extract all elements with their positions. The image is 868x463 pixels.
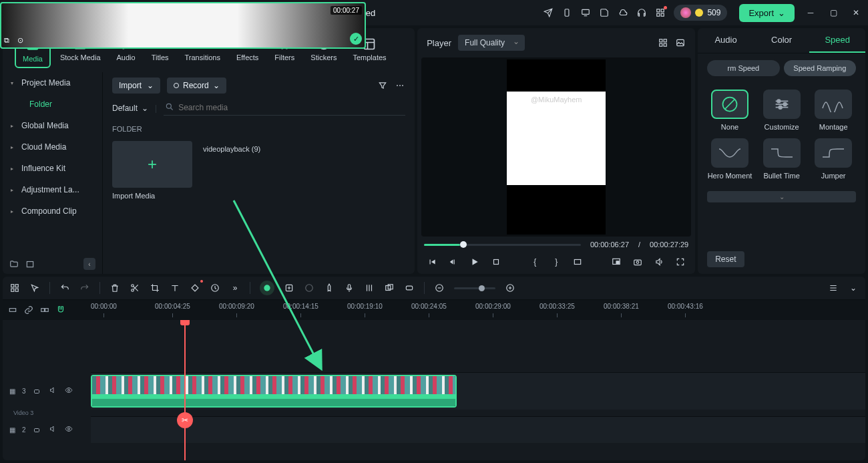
speed-icon[interactable] xyxy=(210,283,220,293)
export-button[interactable]: Export ⌄ xyxy=(739,4,795,22)
collapse-sidebar-button[interactable]: ‹ xyxy=(83,258,95,270)
mark-in-icon[interactable]: { xyxy=(529,257,540,267)
track-lock-icon[interactable] xyxy=(33,425,42,434)
import-button[interactable]: Import⌄ xyxy=(112,78,160,94)
tab-audio-inspector[interactable]: Audio xyxy=(698,28,754,53)
detach-audio-icon[interactable] xyxy=(304,283,314,293)
prev-frame-icon[interactable] xyxy=(427,257,437,267)
delete-icon[interactable] xyxy=(110,283,120,293)
magnet-icon[interactable] xyxy=(56,305,65,315)
auto-ripple-icon[interactable] xyxy=(40,305,49,315)
stop-icon[interactable] xyxy=(491,257,501,267)
mobile-icon[interactable] xyxy=(562,7,572,18)
apps-icon[interactable] xyxy=(655,7,666,18)
time-ruler[interactable]: 00:00:0000:00:04:2500:00:09:2000:00:14:1… xyxy=(91,300,865,320)
preset-none[interactable]: None xyxy=(707,90,752,132)
preset-more-dropdown[interactable]: ⌄ xyxy=(707,191,856,202)
pip-icon[interactable] xyxy=(611,257,622,267)
keyframe-icon[interactable] xyxy=(190,283,200,293)
group-icon[interactable] xyxy=(384,283,395,293)
track-visible-icon[interactable] xyxy=(65,386,74,396)
sidebar-item-project-media[interactable]: ▾Project Media xyxy=(3,72,102,94)
zoom-slider[interactable] xyxy=(454,287,495,289)
mixer-icon[interactable] xyxy=(364,283,375,293)
track-view-icon[interactable] xyxy=(828,283,839,293)
zoom-out-icon[interactable] xyxy=(434,283,445,293)
quality-select[interactable]: Full Quality xyxy=(458,35,525,51)
video-preview[interactable]: @MikuMayhem xyxy=(421,57,691,237)
step-back-icon[interactable] xyxy=(448,257,459,267)
volume-icon[interactable] xyxy=(654,257,664,267)
tab-speed-inspector[interactable]: Speed xyxy=(809,28,865,53)
save-icon[interactable] xyxy=(599,7,610,18)
search-input-wrap[interactable] xyxy=(164,100,405,116)
new-folder-icon[interactable] xyxy=(9,259,19,269)
track-body-video-3[interactable] xyxy=(91,372,865,410)
preset-customize[interactable]: Customize xyxy=(759,90,805,132)
sidebar-item-compound-clip[interactable]: ▸Compound Clip xyxy=(3,200,102,222)
apps-icon[interactable] xyxy=(9,283,20,293)
speed-ramping-tab[interactable]: Speed Ramping xyxy=(784,60,856,76)
preset-jumper[interactable]: Jumper xyxy=(811,138,856,180)
text-icon[interactable] xyxy=(170,283,180,293)
preset-bullet-time[interactable]: Bullet Time xyxy=(759,138,805,180)
sidebar-item-global-media[interactable]: ▸Global Media xyxy=(3,115,102,136)
crop-icon[interactable] xyxy=(150,283,160,293)
record-button[interactable]: Record⌄ xyxy=(167,78,226,94)
track-mute-icon[interactable] xyxy=(49,386,58,396)
preset-hero-moment[interactable]: Hero Moment xyxy=(707,138,752,180)
snapshot-icon[interactable] xyxy=(632,257,643,267)
mark-out-icon[interactable]: } xyxy=(551,257,562,267)
sidebar-item-influence-kit[interactable]: ▸Influence Kit xyxy=(3,158,102,179)
filter-icon[interactable] xyxy=(377,80,388,91)
more-icon[interactable]: ⋯ xyxy=(395,80,405,91)
track-visible-icon[interactable] xyxy=(65,425,74,434)
marker-icon[interactable] xyxy=(324,283,335,293)
undo-icon[interactable] xyxy=(59,283,70,293)
tab-color-inspector[interactable]: Color xyxy=(754,28,810,53)
user-chip[interactable]: 509 xyxy=(674,5,727,21)
clip-card-videoplayback[interactable]: 00:00:27 ⧉ ⊙ ✓ videoplayback (9) xyxy=(203,141,283,200)
sidebar-item-folder[interactable]: Folder xyxy=(3,94,102,115)
sidebar-item-cloud-media[interactable]: ▸Cloud Media xyxy=(3,136,102,158)
desktop-icon[interactable] xyxy=(580,7,591,18)
render-icon[interactable] xyxy=(404,283,415,293)
headphones-icon[interactable] xyxy=(636,7,647,18)
play-icon[interactable] xyxy=(469,257,480,267)
track-head-video-3[interactable]: ▦3 xyxy=(3,386,91,396)
search-input[interactable] xyxy=(178,103,403,112)
maximize-button[interactable]: ▢ xyxy=(828,7,839,18)
sort-default[interactable]: Default⌄ xyxy=(112,104,148,113)
cloud-icon[interactable] xyxy=(618,7,628,18)
snap-icon[interactable] xyxy=(8,305,17,315)
preset-montage[interactable]: Montage xyxy=(811,90,856,132)
new-bin-icon[interactable] xyxy=(25,259,35,269)
send-icon[interactable] xyxy=(543,7,554,18)
track-lock-icon[interactable] xyxy=(33,386,42,396)
track-body-video-2[interactable] xyxy=(91,416,865,443)
split-icon[interactable] xyxy=(130,283,140,293)
close-button[interactable]: ✕ xyxy=(851,7,861,18)
import-media-card[interactable]: + Import Media xyxy=(112,141,192,200)
reset-button[interactable]: Reset xyxy=(707,251,744,267)
picture-icon[interactable] xyxy=(675,37,686,48)
cursor-icon[interactable] xyxy=(29,283,40,293)
fullscreen-icon[interactable] xyxy=(675,257,686,267)
enhance-icon[interactable] xyxy=(284,283,294,293)
progress-slider[interactable] xyxy=(424,244,581,246)
playhead[interactable]: ✂ xyxy=(184,320,186,460)
timeline-clip[interactable] xyxy=(91,375,457,408)
ai-icon[interactable] xyxy=(260,281,274,295)
track-mute-icon[interactable] xyxy=(49,425,58,434)
minimize-button[interactable]: ─ xyxy=(805,7,816,18)
ratio-icon[interactable] xyxy=(572,257,583,267)
more-tools-icon[interactable]: » xyxy=(230,283,240,293)
uniform-speed-tab[interactable]: rm Speed xyxy=(707,60,779,76)
zoom-in-icon[interactable] xyxy=(505,283,515,293)
track-head-video-2[interactable]: ▦2 xyxy=(3,425,91,434)
sidebar-item-adjustment-layer[interactable]: ▸Adjustment La... xyxy=(3,179,102,200)
link-icon[interactable] xyxy=(24,305,33,315)
track-view-chevron-icon[interactable]: ⌄ xyxy=(848,283,859,293)
grid-view-icon[interactable] xyxy=(658,37,668,48)
redo-icon[interactable] xyxy=(79,283,90,293)
